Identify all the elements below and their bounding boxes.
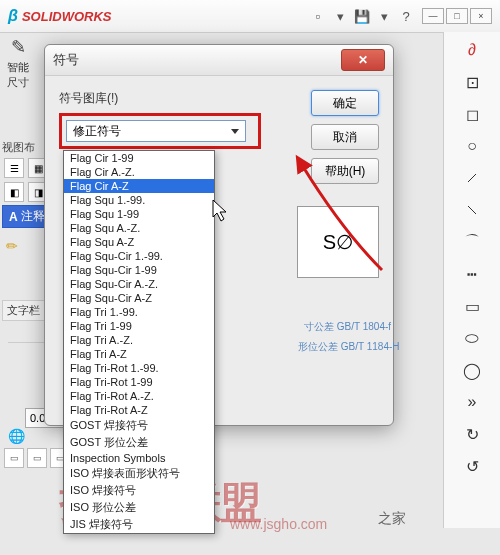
bottom-icons: ▭ ▭ ▭ (4, 448, 70, 468)
rotate-ccw-icon[interactable]: ↺ (460, 454, 484, 478)
tolerance-text-a: 寸公差 GB/T 1804-f (304, 320, 391, 334)
close-window-button[interactable]: × (470, 8, 492, 24)
dropdown-item[interactable]: Inspection Symbols (64, 451, 214, 465)
line-tool-icon[interactable]: ⟋ (460, 166, 484, 190)
dropdown-item[interactable]: JIS 焊接符号 (64, 516, 214, 533)
ellipse-tool-icon[interactable]: ⬭ (460, 326, 484, 350)
smart-dimension-tool[interactable]: ✎ 智能尺寸 (2, 36, 34, 90)
text-toolbar-label[interactable]: 文字栏 (2, 300, 45, 321)
dropdown-item[interactable]: Flag Tri 1-99 (64, 319, 214, 333)
annotation-label: 注释 (21, 208, 45, 225)
circle-tool-icon[interactable]: ○ (460, 134, 484, 158)
globe-icon[interactable]: 🌐 (8, 428, 25, 444)
quick-access-toolbar: ▫ ▾ 💾 ▾ ? (310, 8, 414, 24)
dropdown-item[interactable]: Flag Tri 1.-99. (64, 305, 214, 319)
open-icon[interactable]: ▾ (332, 8, 348, 24)
dropdown-item[interactable]: GOST 焊接符号 (64, 417, 214, 434)
dropdown-item[interactable]: Flag Tri-Rot 1.-99. (64, 361, 214, 375)
smart-dimension-label: 智能尺寸 (2, 60, 34, 90)
dropdown-item[interactable]: ISO 形位公差 (64, 499, 214, 516)
dropdown-item[interactable]: Flag Tri A.-Z. (64, 333, 214, 347)
tolerance-text-b: 形位公差 GB/T 1184-H (298, 340, 400, 354)
dropdown-item[interactable]: Flag Tri-Rot A.-Z. (64, 389, 214, 403)
window-controls: — □ × (422, 8, 492, 24)
dropdown-item[interactable]: Flag Squ-Cir 1.-99. (64, 249, 214, 263)
symbol-preview: S∅ (297, 206, 379, 278)
app-titlebar: β SOLIDWORKS ▫ ▾ 💾 ▾ ? — □ × (0, 0, 500, 33)
dialog-title: 符号 (53, 51, 79, 69)
dropdown-item[interactable]: ISO 焊接表面形状符号 (64, 465, 214, 482)
watermark-suffix: 之家 (378, 510, 406, 528)
ok-button[interactable]: 确定 (311, 90, 379, 116)
edit-pencil-icon[interactable]: ✏ (6, 238, 18, 254)
dimension-icon: ✎ (2, 36, 34, 58)
line2-tool-icon[interactable]: ⟍ (460, 198, 484, 222)
dropdown-item[interactable]: ISO 焊接符号 (64, 482, 214, 499)
print-icon[interactable]: ▾ (376, 8, 392, 24)
dropdown-item[interactable]: Flag Cir 1-99 (64, 151, 214, 165)
watermark-url: www.jsgho.com (230, 516, 327, 532)
annotation-a-icon: A (9, 210, 18, 224)
tab1-icon[interactable]: ▭ (4, 448, 24, 468)
dropdown-item[interactable]: Flag Cir A.-Z. (64, 165, 214, 179)
logo-3ds-icon: β (8, 7, 18, 25)
view-layout-tab[interactable]: 视图布 (2, 140, 35, 155)
dropdown-item[interactable]: Flag Squ-Cir A-Z (64, 291, 214, 305)
tree-icon[interactable]: ☰ (4, 158, 24, 178)
dropdown-item[interactable]: Flag Squ-Cir 1-99 (64, 263, 214, 277)
dropdown-item[interactable]: Flag Cir A-Z (64, 179, 214, 193)
cancel-button[interactable]: 取消 (311, 124, 379, 150)
dropdown-item[interactable]: Flag Squ 1-99 (64, 207, 214, 221)
dash-line-icon[interactable]: ┅ (460, 262, 484, 286)
zoom-fit-icon[interactable]: ⊡ (460, 70, 484, 94)
minimize-button[interactable]: — (422, 8, 444, 24)
app-logo: β SOLIDWORKS (8, 7, 112, 25)
right-toolbar: ∂ ⊡ ◻ ○ ⟋ ⟍ ⌒ ┅ ▭ ⬭ ◯ » ↻ ↺ (443, 32, 500, 528)
config-icon[interactable]: ◧ (4, 182, 24, 202)
maximize-button[interactable]: □ (446, 8, 468, 24)
side-icon-group: ☰ ▦ ◧ ◨ (4, 158, 48, 202)
dropdown-item[interactable]: Flag Tri A-Z (64, 347, 214, 361)
app-brand: SOLIDWORKS (22, 9, 112, 24)
separator (8, 342, 48, 343)
select-icon[interactable]: ◻ (460, 102, 484, 126)
symbol-library-dropdown[interactable]: Flag Cir 1-99Flag Cir A.-Z.Flag Cir A-ZF… (63, 150, 215, 534)
dropdown-item[interactable]: Flag Squ 1.-99. (64, 193, 214, 207)
dropdown-item[interactable]: Flag Squ-Cir A.-Z. (64, 277, 214, 291)
tab2-icon[interactable]: ▭ (27, 448, 47, 468)
dropdown-item[interactable]: Flag Squ A.-Z. (64, 221, 214, 235)
save-icon[interactable]: 💾 (354, 8, 370, 24)
dialog-close-button[interactable]: ✕ (341, 49, 385, 71)
dropdown-item[interactable]: Flag Squ A-Z (64, 235, 214, 249)
dialog-titlebar[interactable]: 符号 ✕ (45, 45, 393, 76)
rect-tool-icon[interactable]: ▭ (460, 294, 484, 318)
chevron-down-icon (231, 129, 239, 134)
new-icon[interactable]: ▫ (310, 8, 326, 24)
highlight-annotation: 修正符号 (59, 113, 261, 149)
more-tools-icon[interactable]: » (460, 390, 484, 414)
dropdown-item[interactable]: Flag Tri-Rot A-Z (64, 403, 214, 417)
rotate-cw-icon[interactable]: ↻ (460, 422, 484, 446)
help-icon[interactable]: ? (398, 8, 414, 24)
sw-brand-icon[interactable]: ∂ (460, 38, 484, 62)
dropdown-item[interactable]: GOST 形位公差 (64, 434, 214, 451)
dropdown-item[interactable]: Flag Tri-Rot 1-99 (64, 375, 214, 389)
spinner-value: 0.0 (30, 412, 45, 424)
symbol-library-combobox[interactable]: 修正符号 (66, 120, 246, 142)
combo-value: 修正符号 (73, 123, 121, 140)
arc-tool-icon[interactable]: ⌒ (460, 230, 484, 254)
circle2-tool-icon[interactable]: ◯ (460, 358, 484, 382)
help-button[interactable]: 帮助(H) (311, 158, 379, 184)
